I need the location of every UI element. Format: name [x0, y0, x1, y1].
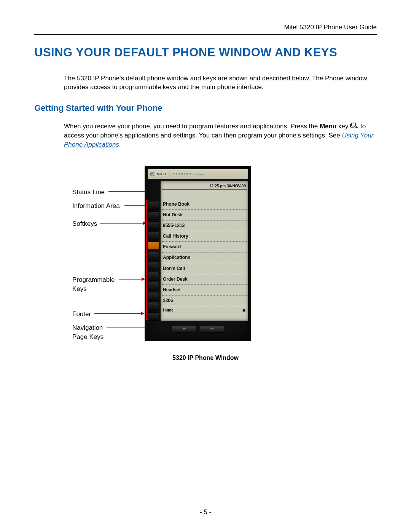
hardware-key-column	[148, 181, 159, 321]
screen-row-dons-cell: Don's Cell	[162, 263, 247, 274]
h1-title: USING YOUR DEFAULT PHONE WINDOW AND KEYS	[34, 45, 377, 60]
hw-key	[148, 292, 159, 300]
nav-page-keys: ⇦ ⇨	[148, 325, 248, 333]
figure-caption: 5320 IP Phone Window	[34, 354, 377, 362]
callout-footer-text: Footer	[72, 310, 91, 318]
page-number: - 5 -	[0, 508, 411, 517]
screen-row-applications: Applications	[162, 252, 247, 263]
screen-row-ext: 2206	[162, 296, 247, 306]
callout-softkeys: Softkeys	[72, 219, 97, 228]
callout-status-line-text: Status Line	[72, 189, 105, 196]
phone-brand: MITEL	[157, 172, 167, 177]
hw-key	[148, 201, 159, 209]
callout-softkeys-text: Softkeys	[72, 220, 97, 227]
brand-sep: |	[169, 172, 170, 177]
screen-row-headset: Headset	[162, 285, 247, 296]
hw-key-active	[148, 241, 159, 250]
hw-key	[148, 272, 159, 280]
svg-rect-1	[352, 123, 355, 126]
callout-programmable-keys: Programmable Keys	[72, 275, 115, 294]
phone-diagram: Status Line Information Area Softkeys Pr…	[34, 172, 377, 347]
callout-nav-l1: Navigation	[72, 324, 103, 331]
gs-text-d: .	[119, 141, 121, 148]
gs-paragraph: When you receive your phone, you need to…	[64, 122, 377, 149]
callout-status-line: Status Line	[72, 188, 105, 197]
hw-key	[148, 211, 159, 220]
hw-key	[148, 262, 159, 270]
menu-key-icon	[350, 123, 358, 129]
hw-key	[148, 221, 159, 230]
nav-key-right: ⇨	[200, 325, 224, 333]
hw-key	[148, 232, 159, 240]
phone-model: 5 3 2 0 I P P h o n e	[173, 172, 204, 176]
screen-row-number: 9555-1212	[162, 220, 247, 231]
nav-key-left: ⇦	[172, 325, 196, 333]
screen-info-area	[162, 190, 247, 199]
page-header-doc-title: Mitel 5320 IP Phone User Guide	[34, 23, 377, 35]
hw-key	[148, 312, 159, 321]
screen-row-forward: Forward	[162, 242, 247, 252]
hw-key	[148, 252, 159, 260]
callout-prog-l2: Keys	[72, 285, 87, 292]
callout-footer: Footer	[72, 310, 91, 319]
callout-information-area: Information Area	[72, 201, 120, 211]
lock-icon: 🔒︎	[242, 308, 246, 313]
screen-status-line: 12:25 pm 30-NOV-09	[162, 181, 247, 190]
screen-row-call-history: Call History	[162, 231, 247, 242]
gs-text-b: key	[336, 123, 350, 130]
h2-getting-started: Getting Started with Your Phone	[34, 102, 377, 114]
callout-info-area-text: Information Area	[72, 202, 120, 209]
gs-menu-word: Menu	[320, 123, 336, 130]
hw-key	[148, 302, 159, 310]
mitel-logo-icon	[150, 172, 155, 176]
screen-footer-left: Home	[163, 308, 174, 313]
phone-screen: 12:25 pm 30-NOV-09 Phone Book Hot Desk 9…	[161, 181, 248, 321]
hw-key	[148, 282, 159, 290]
screen-row-hot-desk: Hot Desk	[162, 210, 247, 220]
gs-text-a: When you receive your phone, you need to…	[64, 123, 320, 130]
phone-device: MITEL | 5 3 2 0 I P P h o n e	[145, 166, 251, 341]
screen-row-order-desk: Order Desk	[162, 274, 247, 285]
callout-nav-l2: Page Keys	[72, 333, 104, 340]
callout-prog-l1: Programmable	[72, 276, 115, 283]
screen-footer: Home 🔒︎	[162, 306, 247, 314]
phone-top-bar: MITEL | 5 3 2 0 I P P h o n e	[148, 169, 248, 179]
callout-navigation-keys: Navigation Page Keys	[72, 323, 104, 342]
screen-row-phone-book: Phone Book	[162, 199, 247, 209]
intro-paragraph: The 5320 IP Phone's default phone window…	[64, 74, 377, 92]
